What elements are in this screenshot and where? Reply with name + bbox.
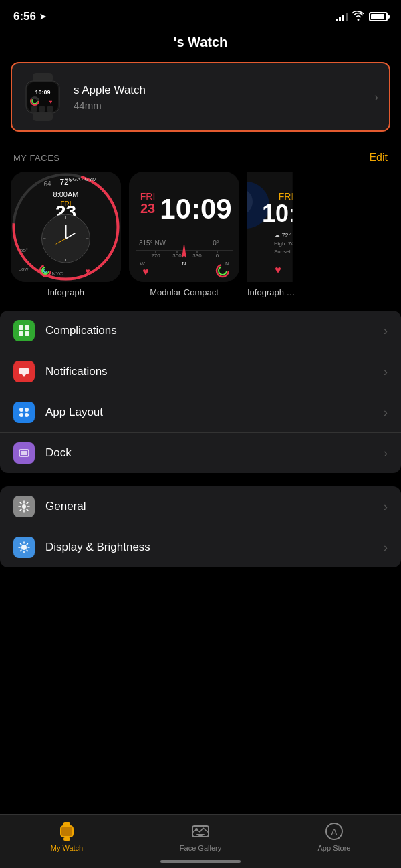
- signal-bar-4: [346, 13, 348, 21]
- dock-item[interactable]: Dock ›: [0, 433, 401, 473]
- general-icon: [13, 496, 35, 517]
- display-brightness-label: Display & Brightness: [45, 541, 384, 554]
- svg-text:300: 300: [172, 253, 182, 259]
- svg-rect-84: [21, 451, 27, 455]
- app-layout-chevron: ›: [384, 406, 388, 420]
- svg-text:64: 64: [43, 180, 51, 188]
- dock-icon: [13, 442, 35, 464]
- dock-label: Dock: [45, 446, 384, 460]
- settings-section-1: Complications › Notifications ›: [0, 311, 401, 473]
- svg-text:330: 330: [192, 253, 202, 259]
- svg-text:FRI: FRI: [140, 191, 156, 202]
- complications-label: Complications: [45, 324, 384, 337]
- tab-my-watch[interactable]: My Watch: [33, 821, 100, 852]
- app-layout-item[interactable]: App Layout ›: [0, 392, 401, 433]
- face-item-infograph-mo[interactable]: FRI 10:0 ☁ 72° Overcast High: 74°, Low: …: [247, 172, 301, 297]
- svg-rect-73: [19, 325, 23, 330]
- app-store-icon: A: [324, 821, 344, 841]
- home-indicator: [160, 860, 241, 863]
- face-label-infograph-mo: Infograph Mo...: [247, 287, 301, 297]
- app-layout-label: App Layout: [45, 406, 384, 419]
- settings-section-2: General › Display & Brightness ›: [0, 486, 401, 567]
- svg-text:10:0: 10:0: [261, 200, 301, 227]
- svg-rect-3: [33, 112, 53, 121]
- svg-rect-77: [19, 368, 29, 374]
- svg-text:Sunset: 6:27 PM: Sunset: 6:27 PM: [274, 249, 301, 255]
- svg-rect-90: [63, 837, 70, 841]
- settings-group-2: General › Display & Brightness ›: [0, 486, 401, 567]
- complications-icon: [13, 320, 35, 341]
- face-gallery-icon: [190, 821, 211, 841]
- svg-text:10:09: 10:09: [160, 193, 231, 225]
- svg-text:55°: 55°: [20, 247, 28, 253]
- svg-rect-93: [198, 835, 203, 837]
- tab-app-store[interactable]: A App Store: [301, 821, 368, 852]
- location-icon: ➤: [39, 12, 46, 21]
- svg-text:NYC: NYC: [52, 271, 63, 277]
- signal-bars: [336, 12, 348, 21]
- watch-thumbnail: 10:09 ♥: [23, 73, 63, 121]
- svg-text:315° NW: 315° NW: [139, 239, 166, 247]
- svg-rect-74: [25, 325, 29, 330]
- face-item-modular[interactable]: FRI 23 10:09 315° NW 0° 270 300 330 0: [129, 172, 239, 297]
- svg-text:High: 74°, Low: 6: High: 74°, Low: 6: [274, 241, 301, 247]
- notifications-label: Notifications: [45, 365, 384, 378]
- notifications-item[interactable]: Notifications ›: [0, 351, 401, 392]
- general-label: General: [45, 500, 384, 513]
- signal-bar-1: [336, 19, 338, 21]
- complications-item[interactable]: Complications ›: [0, 311, 401, 351]
- svg-text:☁ 72° Overcast: ☁ 72° Overcast: [274, 232, 301, 239]
- svg-point-79: [19, 408, 23, 412]
- my-watch-icon: [57, 821, 77, 841]
- svg-marker-78: [22, 374, 26, 377]
- svg-point-94: [195, 828, 198, 831]
- face-preview-infograph: 72° 64 YOGA · GYM 8:00AM FRI 23: [11, 172, 121, 282]
- face-item-infograph[interactable]: 72° 64 YOGA · GYM 8:00AM FRI 23: [11, 172, 121, 297]
- svg-text:0°: 0°: [213, 239, 219, 247]
- face-label-infograph: Infograph: [47, 287, 84, 297]
- svg-rect-12: [47, 106, 53, 112]
- general-item[interactable]: General ›: [0, 486, 401, 527]
- face-preview-infograph-mo: FRI 10:0 ☁ 72° Overcast High: 74°, Low: …: [247, 172, 301, 282]
- tab-face-gallery[interactable]: Face Gallery: [167, 821, 234, 852]
- watch-name: s Apple Watch: [74, 84, 374, 97]
- app-layout-icon: [13, 402, 35, 423]
- watch-device-card[interactable]: 10:09 ♥ s Apple Watch 44mm ›: [11, 62, 390, 132]
- svg-rect-11: [39, 106, 45, 112]
- svg-rect-75: [19, 331, 23, 336]
- watch-info: s Apple Watch 44mm: [74, 84, 374, 111]
- notifications-icon: [13, 361, 35, 382]
- my-faces-header: MY FACES Edit: [0, 145, 401, 172]
- display-brightness-item[interactable]: Display & Brightness ›: [0, 527, 401, 567]
- svg-text:Low:: Low:: [19, 266, 30, 272]
- svg-point-85: [22, 504, 26, 509]
- svg-text:♥: ♥: [275, 264, 281, 275]
- svg-rect-10: [31, 106, 37, 112]
- svg-text:23: 23: [140, 201, 155, 216]
- svg-text:270: 270: [151, 253, 160, 259]
- svg-rect-89: [61, 827, 72, 836]
- notifications-chevron: ›: [384, 365, 388, 379]
- svg-rect-92: [196, 834, 205, 835]
- svg-point-81: [19, 413, 23, 417]
- svg-point-80: [25, 408, 29, 412]
- battery-icon: [369, 12, 388, 21]
- face-gallery-tab-label: Face Gallery: [180, 844, 221, 852]
- svg-point-82: [25, 413, 29, 417]
- svg-text:N: N: [225, 261, 229, 267]
- signal-bar-3: [342, 15, 344, 21]
- my-faces-title: MY FACES: [13, 153, 60, 163]
- svg-text:♥: ♥: [49, 99, 53, 105]
- settings-group-1: Complications › Notifications ›: [0, 311, 401, 473]
- display-brightness-icon: [13, 537, 35, 558]
- complications-chevron: ›: [384, 324, 388, 338]
- svg-text:315°: 315°: [297, 269, 301, 275]
- svg-text:♥: ♥: [142, 266, 149, 277]
- edit-faces-button[interactable]: Edit: [369, 152, 388, 164]
- svg-text:A: A: [331, 827, 338, 837]
- svg-rect-76: [25, 331, 29, 336]
- watch-card-chevron: ›: [374, 90, 378, 104]
- svg-text:♥: ♥: [85, 267, 90, 276]
- svg-rect-68: [296, 264, 301, 279]
- my-watch-tab-label: My Watch: [51, 844, 84, 852]
